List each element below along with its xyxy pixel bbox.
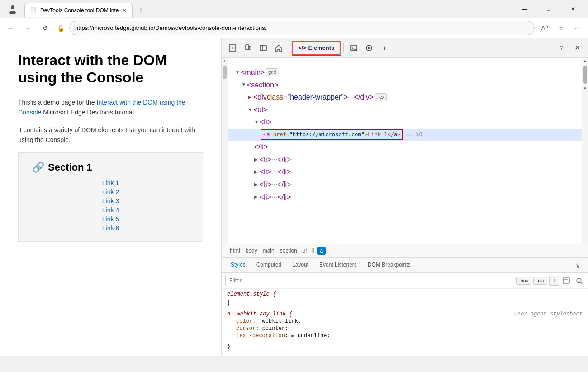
- devtools-help-btn[interactable]: ?: [555, 41, 569, 55]
- paragraph2: It contains a variety of DOM elements th…: [18, 125, 203, 145]
- dom-scroll-up[interactable]: ▲: [583, 58, 588, 64]
- dom-line-section[interactable]: ▼ <section>: [228, 79, 582, 91]
- breadcrumb-html[interactable]: html: [227, 247, 243, 255]
- new-tab-btn[interactable]: +: [133, 3, 149, 17]
- section-link-3[interactable]: Link 3: [102, 197, 119, 205]
- dom-line-main[interactable]: ▼ <main> grid: [228, 66, 582, 79]
- close-btn[interactable]: ✕: [563, 2, 583, 16]
- read-aloud-btn[interactable]: Aᴿ: [537, 21, 552, 35]
- hover-state-btn[interactable]: :hov: [516, 277, 532, 285]
- dom-line-div-header[interactable]: ▶ <div class="header-wrapper"> ··· </div…: [228, 91, 582, 104]
- dom-line-li3[interactable]: ▶ <li> ··· </li>: [228, 166, 582, 178]
- tab-event-listeners[interactable]: Event Listeners: [314, 258, 362, 272]
- dom-right-scrollbar: ▲ ▼: [582, 58, 588, 244]
- section-link-5[interactable]: Link 5: [102, 215, 119, 223]
- dom-ellipsis: ···: [228, 58, 582, 66]
- css-selector-line: element.style {: [227, 291, 583, 298]
- breadcrumb-main[interactable]: main: [260, 247, 277, 255]
- dom-scroll-thumb: [583, 66, 587, 84]
- tab-bar: 📄 DevTools Console tool DOM inte ✕ +: [24, 1, 510, 17]
- maximize-btn[interactable]: □: [538, 2, 559, 16]
- dom-line-ul[interactable]: ▼ <ul>: [228, 104, 582, 116]
- elements-tab-label: </> Elements: [298, 44, 334, 51]
- title-bar: 📄 DevTools Console tool DOM inte ✕ + — □…: [0, 0, 588, 18]
- svg-rect-3: [246, 45, 249, 50]
- dom-scroll-down[interactable]: ▼: [583, 86, 588, 91]
- dom-line-a-selected[interactable]: <a href="https://microsoft.com">Link 1</…: [228, 129, 582, 141]
- dom-line-li4[interactable]: ▶ <li> ··· </li>: [228, 178, 582, 191]
- devtools-more-btn[interactable]: ···: [539, 41, 554, 55]
- minimize-btn[interactable]: —: [514, 2, 535, 16]
- expand-ul[interactable]: ▼: [248, 106, 253, 114]
- refresh-btn[interactable]: ↺: [38, 21, 52, 35]
- tab-dom-breakpoints[interactable]: DOM Breakpoints: [362, 258, 416, 272]
- device-emulation-btn[interactable]: [241, 41, 255, 55]
- inspect-style-icon[interactable]: [574, 275, 584, 286]
- tab-computed[interactable]: Computed: [251, 258, 287, 272]
- dom-tree-container: ··· ▼ <main> grid ▼ <section>: [228, 58, 582, 244]
- expand-li5[interactable]: ▶: [254, 193, 260, 200]
- devtools-close-btn[interactable]: ✕: [570, 41, 584, 55]
- tab-close-btn[interactable]: ✕: [122, 7, 127, 14]
- dom-line-li-open[interactable]: ▼ <li>: [228, 116, 582, 129]
- favorites-btn[interactable]: ☆: [554, 21, 568, 35]
- styles-filter-bar: :hov .cls +: [222, 273, 588, 289]
- console-btn[interactable]: [346, 41, 361, 55]
- elements-tab-btn[interactable]: </> Elements: [292, 41, 341, 55]
- address-bar: ← → ↺ 🔒 Aᴿ ☆ ···: [0, 18, 588, 38]
- home-btn[interactable]: [271, 41, 286, 55]
- breadcrumb-a[interactable]: a: [317, 247, 326, 255]
- dom-line-li5[interactable]: ▶ <li> ··· </li>: [228, 191, 582, 204]
- window-controls: — □ ✕: [514, 2, 583, 16]
- tab-layout[interactable]: Layout: [287, 258, 314, 272]
- sidebar-toggle-btn[interactable]: [256, 41, 270, 55]
- toolbar-separator: [289, 43, 289, 52]
- breadcrumb-body[interactable]: body: [243, 247, 260, 255]
- forward-btn[interactable]: →: [21, 21, 35, 35]
- expand-div[interactable]: ▶: [248, 94, 253, 101]
- expand-li2[interactable]: ▶: [254, 156, 260, 163]
- page-heading: Interact with the DOM using the Console: [18, 52, 203, 86]
- dollar-sign-indicator: == $0: [406, 130, 422, 139]
- section-link-6[interactable]: Link 6: [102, 224, 119, 232]
- scroll-up-arrow[interactable]: ▲: [222, 58, 228, 64]
- expand-section[interactable]: ▼: [242, 81, 247, 88]
- breadcrumb-section[interactable]: section: [277, 247, 300, 255]
- styles-filter-input[interactable]: [225, 275, 514, 286]
- address-action-icons: Aᴿ ☆ ···: [537, 21, 584, 35]
- class-btn[interactable]: .cls: [533, 277, 547, 285]
- toolbar-separator2: [343, 43, 344, 52]
- css-rule-element-style: element.style { }: [227, 291, 583, 307]
- breadcrumb-ul[interactable]: ul: [300, 247, 309, 255]
- back-btn[interactable]: ←: [4, 21, 18, 35]
- section-link-4[interactable]: Link 4: [102, 206, 119, 214]
- svg-point-1: [9, 11, 16, 14]
- address-input[interactable]: [69, 21, 535, 35]
- css-rule-close: }: [227, 343, 583, 350]
- svg-point-0: [11, 5, 14, 9]
- section-link-2[interactable]: Link 2: [102, 188, 119, 196]
- add-style-btn[interactable]: +: [549, 276, 559, 286]
- browser-tab[interactable]: 📄 DevTools Console tool DOM inte ✕: [24, 3, 133, 17]
- new-style-rule-icon[interactable]: [561, 275, 572, 286]
- devtools-body: ▲ ··· ▼ <main> grid: [222, 58, 588, 356]
- svg-point-13: [577, 278, 581, 283]
- expand-li[interactable]: ▼: [254, 119, 260, 126]
- left-panel-scrollbar: ▲: [222, 58, 228, 244]
- browser-more-btn[interactable]: ···: [570, 21, 584, 35]
- tab-styles[interactable]: Styles: [225, 258, 251, 272]
- styles-panel: Styles Computed Layout Event Listeners D…: [222, 258, 588, 356]
- expand-li4[interactable]: ▶: [254, 181, 260, 188]
- inspect-element-btn[interactable]: [225, 41, 240, 55]
- tab-icon: 📄: [30, 7, 37, 13]
- scroll-thumb: [223, 66, 227, 79]
- breadcrumb-li[interactable]: li: [309, 247, 317, 255]
- styles-tabs-more[interactable]: ∨: [572, 259, 584, 272]
- debugger-btn[interactable]: [362, 41, 376, 55]
- expand-main[interactable]: ▼: [235, 69, 241, 76]
- dom-line-li2[interactable]: ▶ <li> ··· </li>: [228, 153, 582, 166]
- section-link-1[interactable]: Link 1: [102, 179, 119, 187]
- expand-li3[interactable]: ▶: [254, 168, 260, 176]
- add-panel-btn[interactable]: +: [377, 41, 392, 55]
- svg-rect-4: [249, 46, 251, 49]
